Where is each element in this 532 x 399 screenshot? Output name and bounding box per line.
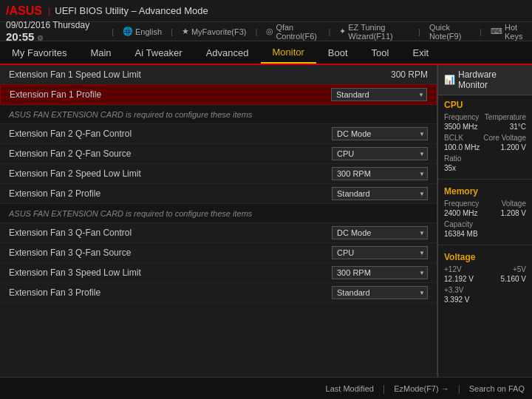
cpu-section: CPU Frequency Temperature 3500 MHz 31°C …: [438, 95, 532, 177]
section1-text: ASUS FAN EXTENSION CARD is required to c…: [9, 110, 252, 119]
v33-value: 3.392 V: [444, 296, 469, 304]
mem-capacity-value-row: 16384 MB: [444, 230, 526, 238]
nav-advanced[interactable]: Advanced: [194, 41, 261, 64]
ext-fan3-control-dropdown[interactable]: DC Mode PWM Mode: [332, 226, 428, 239]
language-selector[interactable]: 🌐 English: [123, 27, 162, 36]
left-panel: Extension Fan 1 Speed Low Limit 300 RPM …: [0, 65, 437, 377]
v5-value: 5.160 V: [501, 275, 526, 283]
ext-fan2-speed-dropdown[interactable]: 300 RPM 200 RPM Ignore: [332, 167, 428, 180]
monitor-icon: 📊: [444, 75, 455, 85]
ez-tuning-btn[interactable]: ✦ EZ Tuning Wizard(F11): [339, 23, 409, 41]
cpu-freq-value-row: 3500 MHz 31°C: [444, 123, 526, 131]
mem-freq-value: 2400 MHz: [444, 209, 478, 217]
language-label: English: [135, 27, 162, 36]
mem-voltage-label: Voltage: [502, 200, 526, 208]
core-voltage-value: 1.200 V: [501, 143, 526, 151]
ext-fan2-control-dropdown[interactable]: DC Mode PWM Mode: [332, 127, 428, 140]
nav-exit[interactable]: Exit: [400, 41, 440, 64]
globe-icon: 🌐: [123, 27, 133, 36]
cpu-freq-label: Frequency: [444, 113, 479, 121]
nav-monitor[interactable]: Monitor: [261, 41, 316, 64]
footer: Last Modified | EzMode(F7) → | Search on…: [0, 377, 532, 399]
hw-monitor-panel: 📊 Hardware Monitor CPU Frequency Tempera…: [437, 65, 532, 377]
top-bar: /ASUS | UEFI BIOS Utility – Advanced Mod…: [0, 0, 532, 22]
ext-fan2-profile-row[interactable]: Extension Fan 2 Profile Standard Silent …: [0, 184, 437, 204]
v12-v5-label-row: +12V +5V: [444, 265, 526, 273]
v33-label: +3.3V: [444, 286, 463, 294]
info-bar: 09/01/2016 Thursday 20:55 ⚙ | 🌐 English …: [0, 22, 532, 41]
section2-header: ASUS FAN EXTENSION CARD is required to c…: [0, 204, 437, 223]
voltage-section: Voltage +12V +5V 12.192 V 5.160 V +3.3V …: [438, 248, 532, 308]
date-text: 09/01/2016 Thursday: [6, 20, 89, 30]
ratio-value: 35x: [444, 164, 456, 172]
ext-fan3-profile-select[interactable]: Standard Silent Turbo: [332, 286, 428, 299]
ext-fan2-profile-label: Extension Fan 2 Profile: [9, 188, 332, 199]
ext-fan2-source-label: Extension Fan 2 Q-Fan Source: [9, 149, 332, 159]
cpu-temp-label: Temperature: [485, 113, 526, 121]
nav-main[interactable]: Main: [78, 41, 123, 64]
search-faq-btn[interactable]: Search on FAQ: [469, 384, 525, 393]
ext-fan2-speed-select[interactable]: 300 RPM 200 RPM Ignore: [332, 167, 428, 180]
ratio-value-row: 35x: [444, 164, 526, 172]
ext-fan2-source-row[interactable]: Extension Fan 2 Q-Fan Source CPU MB: [0, 144, 437, 164]
hw-monitor-title-bar: 📊 Hardware Monitor: [438, 65, 532, 95]
ez-mode-btn[interactable]: EzMode(F7) →: [394, 384, 449, 393]
ext-fan3-profile-dropdown[interactable]: Standard Silent Turbo: [332, 286, 428, 299]
v12-v5-value-row: 12.192 V 5.160 V: [444, 275, 526, 283]
main-content: Extension Fan 1 Speed Low Limit 300 RPM …: [0, 65, 532, 377]
brand-icon: |: [48, 5, 50, 16]
ext-fan3-control-select[interactable]: DC Mode PWM Mode: [332, 226, 428, 239]
hw-divider-2: [438, 245, 532, 245]
nav-ai-tweaker[interactable]: Ai Tweaker: [123, 41, 194, 64]
ext-fan2-control-row[interactable]: Extension Fan 2 Q-Fan Control DC Mode PW…: [0, 124, 437, 144]
cpu-freq-row: Frequency Temperature: [444, 113, 526, 121]
ext-fan1-speed-label: Extension Fan 1 Speed Low Limit: [9, 69, 391, 80]
ext-fan2-profile-select[interactable]: Standard Silent Turbo: [332, 187, 428, 200]
keyboard-icon: ⌨: [491, 27, 502, 36]
ext-fan1-profile-dropdown-wrapper[interactable]: Standard Silent Turbo Manual Fan-off: [331, 88, 427, 101]
nav-my-favorites[interactable]: My Favorites: [0, 41, 78, 64]
cpu-section-title: CPU: [444, 100, 526, 110]
bclk-value-row: 100.0 MHz 1.200 V: [444, 143, 526, 151]
ext-fan3-speed-row[interactable]: Extension Fan 3 Speed Low Limit 300 RPM …: [0, 263, 437, 283]
qfan-btn[interactable]: ◎ Qfan Control(F6): [266, 23, 319, 41]
ext-fan2-source-dropdown[interactable]: CPU MB: [332, 147, 428, 160]
ext-fan1-profile-row[interactable]: Extension Fan 1 Profile Standard Silent …: [0, 84, 437, 105]
nav-boot[interactable]: Boot: [316, 41, 360, 64]
ext-fan3-source-dropdown[interactable]: CPU MB: [332, 246, 428, 259]
bclk-label: BCLK: [444, 134, 463, 142]
section2-text: ASUS FAN EXTENSION CARD is required to c…: [9, 209, 252, 218]
ext-fan3-source-row[interactable]: Extension Fan 3 Q-Fan Source CPU MB: [0, 243, 437, 263]
cpu-temp-value: 31°C: [510, 123, 526, 131]
star-icon: ★: [182, 27, 189, 36]
v33-value-row: 3.392 V: [444, 296, 526, 304]
cpu-freq-value: 3500 MHz: [444, 123, 478, 131]
voltage-section-title: Voltage: [444, 252, 526, 262]
ext-fan3-speed-select[interactable]: 300 RPM 200 RPM Ignore: [332, 266, 428, 279]
mem-capacity-label: Capacity: [444, 220, 473, 228]
ext-fan3-source-label: Extension Fan 3 Q-Fan Source: [9, 248, 332, 258]
ext-fan2-profile-dropdown[interactable]: Standard Silent Turbo: [332, 187, 428, 200]
v12-value: 12.192 V: [444, 275, 474, 283]
ext-fan2-source-select[interactable]: CPU MB: [332, 147, 428, 160]
myfavorite-btn[interactable]: ★ MyFavorite(F3): [182, 27, 247, 36]
nav-tool[interactable]: Tool: [360, 41, 401, 64]
memory-section: Memory Frequency Voltage 2400 MHz 1.208 …: [438, 182, 532, 242]
ext-fan2-speed-row[interactable]: Extension Fan 2 Speed Low Limit 300 RPM …: [0, 164, 437, 184]
ext-fan2-control-select[interactable]: DC Mode PWM Mode: [332, 127, 428, 140]
v12-label: +12V: [444, 265, 462, 273]
v5-label: +5V: [513, 265, 526, 273]
ratio-label-row: Ratio: [444, 154, 526, 163]
ext-fan3-source-select[interactable]: CPU MB: [332, 246, 428, 259]
ext-fan1-profile-value: Standard Silent Turbo Manual Fan-off: [331, 88, 427, 101]
ext-fan3-speed-dropdown[interactable]: 300 RPM 200 RPM Ignore: [332, 266, 428, 279]
ext-fan1-profile-select[interactable]: Standard Silent Turbo Manual Fan-off: [331, 88, 427, 101]
nav-bar: My Favorites Main Ai Tweaker Advanced Mo…: [0, 41, 532, 65]
quick-note-btn[interactable]: Quick Note(F9): [429, 23, 471, 41]
ext-fan3-profile-row[interactable]: Extension Fan 3 Profile Standard Silent …: [0, 283, 437, 303]
ext-fan2-speed-label: Extension Fan 2 Speed Low Limit: [9, 168, 332, 179]
hw-divider-1: [438, 179, 532, 180]
ext-fan3-control-row[interactable]: Extension Fan 3 Q-Fan Control DC Mode PW…: [0, 223, 437, 243]
last-modified-btn[interactable]: Last Modified: [326, 384, 374, 393]
hot-keys-btn[interactable]: ⌨ Hot Keys: [491, 23, 526, 41]
